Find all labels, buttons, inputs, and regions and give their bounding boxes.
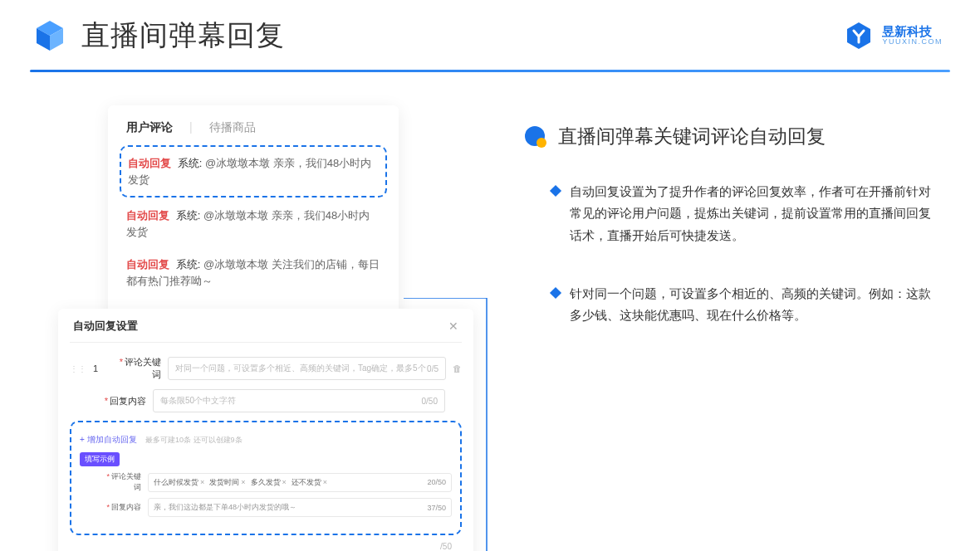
example-kw-counter: 20/50 <box>427 478 446 486</box>
form-row-content: *回复内容 每条限50个中文字符 0/50 <box>70 389 462 412</box>
example-keyword-input[interactable]: 什么时候发货 发货时间 多久发货 还不发货 20/50 <box>148 473 452 492</box>
example-tag[interactable]: 什么时候发货 <box>154 477 204 488</box>
stub-line: /50 <box>80 537 452 551</box>
brand: 昱新科技 YUUXIN.COM <box>844 21 943 51</box>
bullet-text: 自动回复设置为了提升作者的评论回复效率，作者可在开播前针对常见的评论用户问题，提… <box>570 181 935 246</box>
settings-card: 自动回复设置 ✕ ⋮⋮ 1 *评论关键词 对同一个问题，可设置多个相近、高频的关… <box>58 309 473 551</box>
auto-reply-label: 自动回复 <box>128 157 171 169</box>
example-content-label: *回复内容 <box>100 502 141 513</box>
content-placeholder: 每条限50个中文字符 <box>160 395 236 407</box>
example-keyword-row: *评论关键词 什么时候发货 发货时间 多久发货 还不发货 20/50 <box>80 471 452 493</box>
diamond-icon <box>550 287 561 299</box>
tab-separator: | <box>189 120 193 135</box>
row-number: 1 <box>93 363 108 373</box>
section-head: 直播间弹幕关键词评论自动回复 <box>523 124 950 149</box>
example-badge: 填写示例 <box>80 452 120 466</box>
example-keyword-label: *评论关键词 <box>100 471 141 493</box>
add-hint: 最多可建10条 还可以创建9条 <box>145 436 243 444</box>
add-auto-reply-link[interactable]: + 增加自动回复 <box>80 435 137 444</box>
trash-icon[interactable]: 🗑 <box>453 363 462 373</box>
section-title: 直播间弹幕关键词评论自动回复 <box>558 124 826 149</box>
stub-rows: /50 <box>70 535 462 551</box>
svg-point-4 <box>537 138 546 148</box>
brand-name: 昱新科技 <box>882 25 943 39</box>
comment-row: 自动回复 系统: @冰墩墩本墩 关注我们的店铺，每日都有热门推荐呦～ <box>126 248 380 297</box>
keyword-label: *评论关键词 <box>115 356 161 381</box>
content-label: *回复内容 <box>100 395 146 407</box>
example-tags: 什么时候发货 发货时间 多久发货 还不发货 <box>154 477 327 488</box>
tab-user-comments[interactable]: 用户评论 <box>126 120 173 135</box>
right-column: 直播间弹幕关键词评论自动回复 自动回复设置为了提升作者的评论回复效率，作者可在开… <box>523 105 950 551</box>
settings-title: 自动回复设置 <box>73 319 138 334</box>
example-content-row: *回复内容 亲，我们这边都是下单48小时内发货的哦～ 37/50 <box>80 498 452 517</box>
sphere-icon <box>523 124 548 149</box>
header-left: 直播间弹幕回复 <box>33 17 285 55</box>
keyword-input[interactable]: 对同一个问题，可设置多个相近、高频的关键词，Tag确定，最多5个 0/5 <box>168 357 446 380</box>
cube-logo-icon <box>33 19 66 52</box>
comment-row-highlighted: 自动回复 系统: @冰墩墩本墩 亲亲，我们48小时内发货 <box>120 145 387 197</box>
auto-reply-label: 自动回复 <box>126 258 169 271</box>
bullet-item: 针对同一个问题，可设置多个相近的、高频的关键词。例如：这款多少钱、这块能优惠吗、… <box>523 283 950 327</box>
add-auto-reply-row: + 增加自动回复 最多可建10条 还可以创建9条 <box>80 431 452 446</box>
example-content-counter: 37/50 <box>427 504 446 512</box>
keyword-placeholder: 对同一个问题，可设置多个相近、高频的关键词，Tag确定，最多5个 <box>175 363 426 374</box>
comments-card: 用户评论 | 待播商品 自动回复 系统: @冰墩墩本墩 亲亲，我们48小时内发货… <box>108 105 399 317</box>
tabs: 用户评论 | 待播商品 <box>126 120 380 144</box>
brand-logo-icon <box>844 21 874 51</box>
drag-handle-icon[interactable]: ⋮⋮ <box>70 364 86 373</box>
content-input[interactable]: 每条限50个中文字符 0/50 <box>153 389 445 412</box>
bullet-item: 自动回复设置为了提升作者的评论回复效率，作者可在开播前针对常见的评论用户问题，提… <box>523 181 950 246</box>
content-counter: 0/50 <box>422 397 438 406</box>
example-block: + 增加自动回复 最多可建10条 还可以创建9条 填写示例 *评论关键词 什么时… <box>70 421 462 535</box>
page-title: 直播间弹幕回复 <box>81 17 285 55</box>
brand-text: 昱新科技 YUUXIN.COM <box>882 25 943 46</box>
form-row-keyword: ⋮⋮ 1 *评论关键词 对同一个问题，可设置多个相近、高频的关键词，Tag确定，… <box>70 356 462 381</box>
system-label: 系统: <box>176 209 201 222</box>
diamond-icon <box>550 185 561 197</box>
page-header: 直播间弹幕回复 昱新科技 YUUXIN.COM <box>0 0 980 55</box>
main-content: 用户评论 | 待播商品 自动回复 系统: @冰墩墩本墩 亲亲，我们48小时内发货… <box>0 72 980 551</box>
system-label: 系统: <box>176 258 201 271</box>
comment-row: 自动回复 系统: @冰墩墩本墩 亲亲，我们48小时内发货 <box>126 199 380 248</box>
example-tag[interactable]: 还不发货 <box>292 477 327 488</box>
system-label: 系统: <box>178 157 203 169</box>
bullet-text: 针对同一个问题，可设置多个相近的、高频的关键词。例如：这款多少钱、这块能优惠吗、… <box>570 283 935 327</box>
example-tag[interactable]: 多久发货 <box>251 477 287 488</box>
keyword-counter: 0/5 <box>427 364 439 373</box>
example-content-value: 亲，我们这边都是下单48小时内发货的哦～ <box>154 502 296 513</box>
example-tag[interactable]: 发货时间 <box>209 477 245 488</box>
settings-header: 自动回复设置 ✕ <box>70 319 462 343</box>
close-icon[interactable]: ✕ <box>448 319 458 333</box>
brand-sub: YUUXIN.COM <box>882 38 943 46</box>
left-column: 用户评论 | 待播商品 自动回复 系统: @冰墩墩本墩 亲亲，我们48小时内发货… <box>58 105 473 551</box>
auto-reply-label: 自动回复 <box>126 209 169 222</box>
tab-pending-goods[interactable]: 待播商品 <box>209 120 256 135</box>
example-content-input[interactable]: 亲，我们这边都是下单48小时内发货的哦～ 37/50 <box>148 498 452 517</box>
